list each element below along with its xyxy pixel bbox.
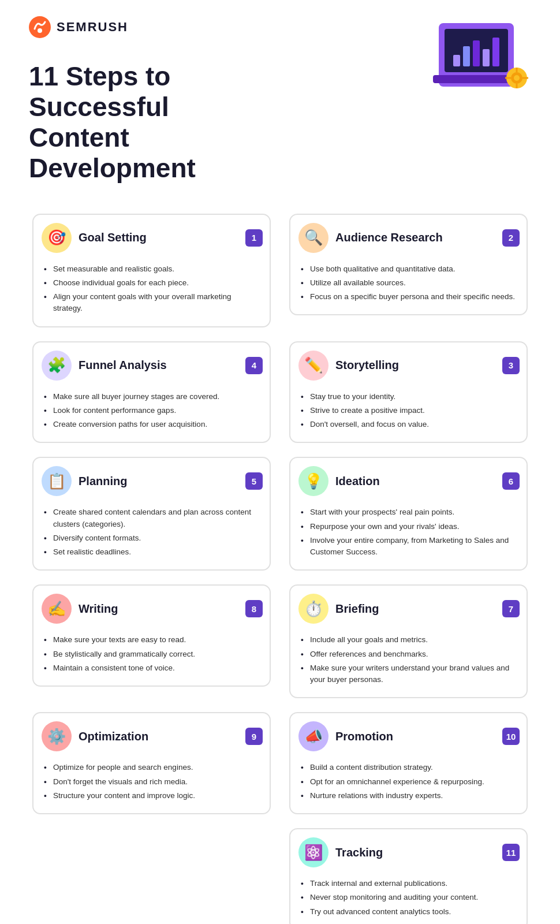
step-bullets-6: Start with your prospects' real pain poi… bbox=[290, 504, 527, 569]
step-title-7: Briefing bbox=[335, 602, 517, 616]
svg-point-12 bbox=[514, 75, 520, 81]
step-icon-11: ⚛️ bbox=[298, 837, 328, 867]
step-bullets-1: Set measurable and realistic goals.Choos… bbox=[33, 261, 270, 326]
step-cell-5: 📋Planning5Create shared content calendar… bbox=[23, 450, 280, 578]
step-number-10: 10 bbox=[502, 728, 520, 745]
step-title-11: Tracking bbox=[335, 846, 517, 859]
step-cell-6: 💡Ideation6Start with your prospects' rea… bbox=[280, 450, 537, 578]
step-card-1: 🎯Goal Setting1Set measurable and realist… bbox=[32, 214, 271, 327]
step-card-5: 📋Planning5Create shared content calendar… bbox=[32, 457, 271, 571]
step-cell-11: ⚛️Tracking11Track internal and external … bbox=[280, 821, 537, 924]
list-item: Create shared content calendars and plan… bbox=[44, 506, 259, 530]
step-header-4: 🧩Funnel Analysis4 bbox=[33, 342, 270, 389]
step-card-4: 🧩Funnel Analysis4Make sure all buyer jou… bbox=[32, 341, 271, 444]
step-icon-8: ✍️ bbox=[42, 594, 72, 624]
page-title: 11 Steps to Successful Content Developme… bbox=[0, 44, 300, 189]
step-icon-3: ✏️ bbox=[298, 351, 328, 381]
list-item: Focus on a specific buyer persona and th… bbox=[301, 291, 516, 303]
step-icon-10: 📣 bbox=[298, 721, 328, 751]
step-card-9: ⚙️Optimization9Optimize for people and s… bbox=[32, 712, 271, 814]
list-item: Be stylistically and grammatically corre… bbox=[44, 649, 259, 660]
list-item: Maintain a consistent tone of voice. bbox=[44, 662, 259, 674]
list-item: Use both qualitative and quantitative da… bbox=[301, 263, 516, 275]
list-item: Optimize for people and search engines. bbox=[44, 762, 259, 773]
step-title-10: Promotion bbox=[335, 730, 517, 743]
list-item: Don't forget the visuals and rich media. bbox=[44, 776, 259, 788]
step-header-2: 🔍Audience Research2 bbox=[290, 215, 527, 261]
list-item: Structure your content and improve logic… bbox=[44, 790, 259, 802]
list-item: Stay true to your identity. bbox=[301, 391, 516, 403]
step-number-5: 5 bbox=[245, 472, 263, 490]
step-card-3: ✏️Storytelling3Stay true to your identit… bbox=[289, 341, 528, 444]
step-number-3: 3 bbox=[502, 357, 520, 374]
list-item: Never stop monitoring and auditing your … bbox=[301, 892, 516, 903]
step-cell-9: ⚙️Optimization9Optimize for people and s… bbox=[23, 705, 280, 821]
step-bullets-4: Make sure all buyer journey stages are c… bbox=[33, 389, 270, 442]
step-bullets-8: Make sure your texts are easy to read.Be… bbox=[33, 632, 270, 685]
list-item: Utilize all available sources. bbox=[301, 277, 516, 289]
step-title-4: Funnel Analysis bbox=[79, 359, 260, 372]
list-item: Try out advanced content analytics tools… bbox=[301, 906, 516, 918]
step-title-2: Audience Research bbox=[335, 231, 517, 244]
step-cell-4: 🧩Funnel Analysis4Make sure all buyer jou… bbox=[23, 334, 280, 450]
step-bullets-9: Optimize for people and search engines.D… bbox=[33, 759, 270, 813]
step-icon-6: 💡 bbox=[298, 466, 328, 496]
step-number-7: 7 bbox=[502, 600, 520, 617]
semrush-logo-icon bbox=[29, 16, 51, 38]
list-item: Build a content distribution strategy. bbox=[301, 762, 516, 773]
step-card-8: ✍️Writing8Make sure your texts are easy … bbox=[32, 584, 271, 687]
step-cell-1: 🎯Goal Setting1Set measurable and realist… bbox=[23, 207, 280, 334]
step-card-11: ⚛️Tracking11Track internal and external … bbox=[289, 828, 528, 924]
step-number-4: 4 bbox=[245, 357, 263, 374]
step-icon-9: ⚙️ bbox=[42, 721, 72, 751]
list-item: Track internal and external publications… bbox=[301, 878, 516, 889]
svg-rect-6 bbox=[463, 46, 470, 66]
list-item: Make sure your writers understand your b… bbox=[301, 662, 516, 686]
step-icon-7: ⏱️ bbox=[298, 594, 328, 624]
list-item: Involve your entire company, from Market… bbox=[301, 535, 516, 558]
step-header-1: 🎯Goal Setting1 bbox=[33, 215, 270, 261]
list-item: Align your content goals with your overa… bbox=[44, 291, 259, 315]
list-item: Include all your goals and metrics. bbox=[301, 634, 516, 646]
step-title-9: Optimization bbox=[79, 730, 260, 743]
step-cell-3: ✏️Storytelling3Stay true to your identit… bbox=[280, 334, 537, 450]
step-title-5: Planning bbox=[79, 475, 260, 488]
svg-point-1 bbox=[38, 28, 42, 33]
svg-rect-7 bbox=[473, 40, 480, 66]
step-icon-4: 🧩 bbox=[42, 351, 72, 381]
list-item: Create conversion paths for user acquisi… bbox=[44, 419, 259, 430]
list-item: Don't oversell, and focus on value. bbox=[301, 419, 516, 430]
step-header-10: 📣Promotion10 bbox=[290, 713, 527, 759]
list-item: Diversify content formats. bbox=[44, 532, 259, 544]
step-number-11: 11 bbox=[502, 844, 520, 861]
step-title-1: Goal Setting bbox=[79, 231, 260, 244]
empty-cell bbox=[23, 821, 280, 924]
content-area: 🎯Goal Setting1Set measurable and realist… bbox=[0, 189, 560, 924]
step-number-2: 2 bbox=[502, 229, 520, 247]
step-bullets-5: Create shared content calendars and plan… bbox=[33, 504, 270, 569]
step-card-2: 🔍Audience Research2Use both qualitative … bbox=[289, 214, 528, 316]
step-bullets-3: Stay true to your identity.Strive to cre… bbox=[290, 389, 527, 442]
step-title-6: Ideation bbox=[335, 475, 517, 488]
step-title-3: Storytelling bbox=[335, 359, 517, 372]
step-icon-1: 🎯 bbox=[42, 223, 72, 253]
step-header-3: ✏️Storytelling3 bbox=[290, 342, 527, 389]
logo: SEMRUSH bbox=[29, 16, 128, 38]
brand-name: SEMRUSH bbox=[57, 20, 128, 35]
svg-point-0 bbox=[29, 16, 51, 38]
step-cell-2: 🔍Audience Research2Use both qualitative … bbox=[280, 207, 537, 334]
step-cell-7: ⏱️Briefing7Include all your goals and me… bbox=[280, 578, 537, 705]
step-card-7: ⏱️Briefing7Include all your goals and me… bbox=[289, 584, 528, 698]
step-header-6: 💡Ideation6 bbox=[290, 458, 527, 504]
step-header-11: ⚛️Tracking11 bbox=[290, 829, 527, 875]
svg-rect-8 bbox=[483, 49, 490, 66]
list-item: Repurpose your own and your rivals' idea… bbox=[301, 521, 516, 532]
svg-rect-9 bbox=[492, 38, 499, 66]
step-bullets-2: Use both qualitative and quantitative da… bbox=[290, 261, 527, 315]
step-bullets-10: Build a content distribution strategy.Op… bbox=[290, 759, 527, 813]
steps-grid: 🎯Goal Setting1Set measurable and realist… bbox=[23, 207, 537, 924]
list-item: Start with your prospects' real pain poi… bbox=[301, 506, 516, 518]
step-number-1: 1 bbox=[245, 229, 263, 247]
step-header-8: ✍️Writing8 bbox=[33, 586, 270, 632]
step-bullets-7: Include all your goals and metrics.Offer… bbox=[290, 632, 527, 697]
